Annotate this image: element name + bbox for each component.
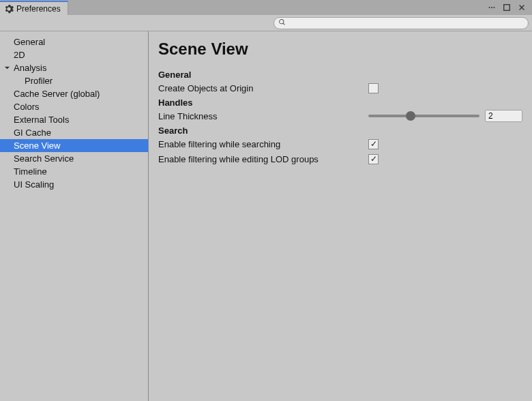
filter-lod-checkbox[interactable] <box>368 154 379 164</box>
svg-point-4 <box>280 20 284 24</box>
preferences-tab[interactable]: Preferences <box>0 1 68 15</box>
search-input[interactable] <box>289 18 524 29</box>
main: General 2D Analysis Profiler Cache Serve… <box>0 31 532 401</box>
sidebar-item-search-service[interactable]: Search Service <box>0 152 148 165</box>
field-label: Enable filtering while editing LOD group… <box>158 154 368 164</box>
page-title: Scene View <box>158 40 522 59</box>
field-filter-searching: Enable filtering while searching <box>158 137 522 151</box>
field-line-thickness: Line Thickness <box>158 109 522 123</box>
section-heading-general: General <box>158 70 522 80</box>
sidebar-item-label: GI Cache <box>14 128 51 138</box>
chevron-down-icon <box>4 65 10 71</box>
gear-icon <box>4 4 14 14</box>
sidebar-item-ui-scaling[interactable]: UI Scaling <box>0 178 148 191</box>
slider-thumb[interactable] <box>406 111 415 121</box>
titlebar: Preferences <box>0 0 532 15</box>
sidebar-item-profiler[interactable]: Profiler <box>0 74 148 87</box>
sidebar-item-external-tools[interactable]: External Tools <box>0 113 148 126</box>
sidebar-item-label: Profiler <box>25 76 53 86</box>
field-label: Create Objects at Origin <box>158 83 368 93</box>
sidebar-item-label: Scene View <box>14 140 60 151</box>
field-create-at-origin: Create Objects at Origin <box>158 81 522 95</box>
sidebar-item-colors[interactable]: Colors <box>0 100 148 113</box>
maximize-icon[interactable] <box>502 3 512 12</box>
sidebar-item-general[interactable]: General <box>0 35 148 48</box>
toolbar <box>0 15 532 31</box>
tab-title: Preferences <box>16 4 61 14</box>
window-buttons <box>487 0 532 15</box>
svg-line-5 <box>283 23 284 25</box>
create-at-origin-checkbox[interactable] <box>368 83 379 93</box>
sidebar-item-cache-server[interactable]: Cache Server (global) <box>0 87 148 100</box>
section-heading-search: Search <box>158 125 522 136</box>
sidebar-item-analysis[interactable]: Analysis <box>0 61 148 74</box>
field-label: Line Thickness <box>158 111 368 121</box>
filter-searching-checkbox[interactable] <box>368 139 379 149</box>
svg-point-2 <box>493 7 494 8</box>
sidebar-item-gi-cache[interactable]: GI Cache <box>0 126 148 139</box>
svg-point-1 <box>491 7 492 8</box>
line-thickness-input[interactable] <box>485 110 522 122</box>
search-field[interactable] <box>274 17 529 29</box>
line-thickness-slider[interactable] <box>368 115 479 117</box>
search-icon <box>278 18 286 28</box>
sidebar-item-2d[interactable]: 2D <box>0 48 148 61</box>
window-menu-icon[interactable] <box>487 3 497 12</box>
preferences-sidebar: General 2D Analysis Profiler Cache Serve… <box>0 31 149 401</box>
field-filter-lod: Enable filtering while editing LOD group… <box>158 152 522 166</box>
svg-rect-3 <box>504 5 510 11</box>
sidebar-item-label: 2D <box>14 50 25 60</box>
sidebar-item-label: Timeline <box>14 166 47 177</box>
preferences-content: Scene View General Create Objects at Ori… <box>149 31 532 401</box>
section-heading-handles: Handles <box>158 98 522 108</box>
field-label: Enable filtering while searching <box>158 139 368 149</box>
sidebar-item-label: Colors <box>14 102 40 112</box>
sidebar-item-label: Analysis <box>14 63 46 73</box>
sidebar-item-label: External Tools <box>14 115 69 125</box>
sidebar-item-label: Cache Server (global) <box>14 89 100 99</box>
sidebar-item-label: General <box>14 37 45 47</box>
svg-point-0 <box>489 7 490 8</box>
sidebar-item-scene-view[interactable]: Scene View <box>0 139 148 152</box>
sidebar-item-label: Search Service <box>14 153 74 164</box>
sidebar-item-label: UI Scaling <box>14 179 54 190</box>
sidebar-item-timeline[interactable]: Timeline <box>0 165 148 178</box>
close-icon[interactable] <box>517 3 527 12</box>
